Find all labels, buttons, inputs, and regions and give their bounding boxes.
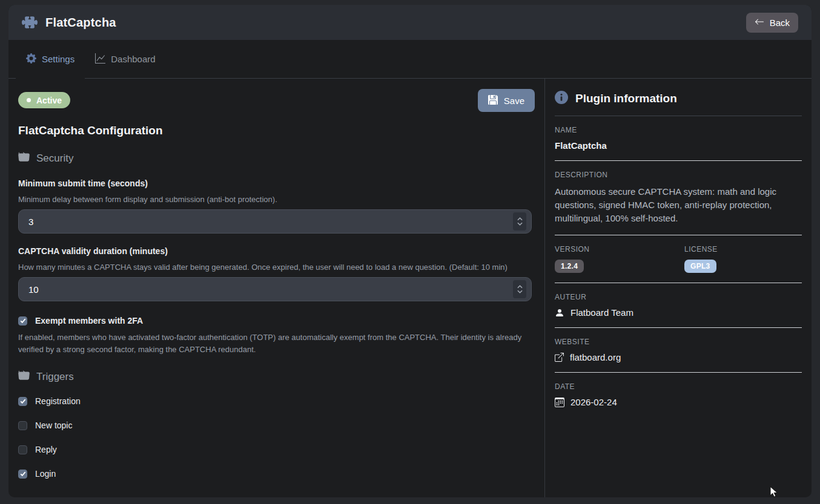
divider [555,160,802,161]
divider [555,372,802,373]
section-security-title: Security [36,152,73,165]
tab-settings-label: Settings [42,54,74,64]
status-badge-label: Active [36,96,62,105]
tab-settings[interactable]: Settings [16,40,85,78]
author-value: Flatboard Team [570,307,633,318]
plugin-info-panel: Plugin information NAME FlatCaptcha DESC… [544,79,812,497]
checkmark-icon [20,471,26,477]
divider [555,116,802,116]
min-submit-stepper[interactable] [513,212,526,231]
exempt-2fa-checkbox[interactable] [18,316,27,326]
section-security: Security [18,151,535,166]
license-label: LICENSE [684,245,718,254]
save-button[interactable]: Save [478,89,535,112]
calendar-icon [555,398,564,407]
tab-bar: Settings Dashboard [8,40,812,79]
version-label: VERSION [555,245,684,254]
arrow-left-icon [755,17,764,28]
trigger-registration-checkbox[interactable] [18,397,27,406]
license-badge: GPL3 [684,260,716,273]
trigger-login-checkbox[interactable] [18,470,27,479]
status-badge: Active [18,92,70,108]
validity-help: How many minutes a CAPTCHA stays valid a… [18,263,532,272]
divider [555,283,802,283]
back-button[interactable]: Back [746,13,798,33]
plugin-window: FlatCaptcha Back Settings Dashboard [8,5,812,497]
trigger-reply-label: Reply [35,445,57,454]
exempt-2fa-label: Exempt members with 2FA [35,316,143,326]
website-link[interactable]: flatboard.org [570,352,621,362]
description-value: Autonomous secure CAPTCHA system: math a… [555,185,802,225]
author-label: AUTEUR [555,293,802,301]
validity-label: CAPTCHA validity duration (minutes) [18,246,535,256]
version-badge: 1.2.4 [555,260,584,273]
divider [555,327,802,328]
date-label: DATE [555,382,802,391]
validity-stepper[interactable] [513,280,526,298]
name-value: FlatCaptcha [555,140,802,151]
min-submit-label: Minimum submit time (seconds) [18,178,535,188]
description-label: DESCRIPTION [555,171,802,179]
gear-icon [26,53,36,65]
folder-icon [18,370,30,384]
settings-panel: Active Save FlatCaptcha Configuration Se… [8,79,544,497]
save-button-label: Save [504,96,524,106]
trigger-reply-checkbox[interactable] [18,445,27,454]
name-label: NAME [555,126,802,134]
external-link-icon [555,353,564,362]
floppy-disk-icon [488,95,498,106]
app-header: FlatCaptcha Back [8,5,812,40]
website-label: WEBSITE [555,338,802,346]
tab-dashboard[interactable]: Dashboard [85,40,165,78]
person-icon [555,308,564,318]
folder-icon [18,151,30,166]
validity-input[interactable] [18,277,532,301]
min-submit-help: Minimum delay between form display and s… [18,195,532,204]
section-triggers: Triggers [18,370,535,384]
back-button-label: Back [770,18,790,28]
trigger-login-label: Login [35,469,56,479]
checkmark-icon [20,318,26,324]
status-dot-icon [27,98,31,102]
tab-dashboard-label: Dashboard [111,54,155,64]
date-value: 2026-02-24 [570,397,617,407]
exempt-2fa-help: If enabled, members who have activated t… [18,332,532,356]
min-submit-input[interactable] [18,209,532,234]
checkmark-icon [20,398,26,404]
chart-line-icon [95,53,105,65]
page-title: FlatCaptcha [45,16,116,30]
plugin-info-title: Plugin information [575,92,677,105]
trigger-new-topic-label: New topic [35,421,72,430]
info-circle-icon [555,91,568,106]
config-heading: FlatCaptcha Configuration [18,124,535,137]
section-triggers-title: Triggers [36,371,74,383]
puzzle-icon [22,15,38,30]
trigger-registration-label: Registration [35,396,81,406]
trigger-new-topic-checkbox[interactable] [18,421,27,430]
